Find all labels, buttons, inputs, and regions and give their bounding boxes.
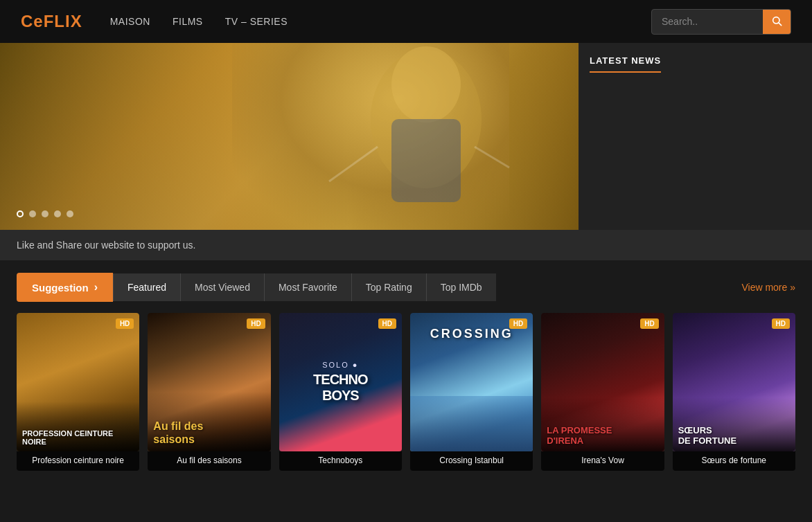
movie-thumb-5: HD LA PROMESSED'IRENA xyxy=(541,313,664,451)
tab-most-viewed[interactable]: Most Viewed xyxy=(180,273,264,301)
chevron-right-icon: › xyxy=(94,281,98,294)
poster-text-1: PROFESSION CEINTURE NOIRE xyxy=(17,402,139,451)
svg-line-1 xyxy=(779,23,782,26)
movies-grid: HD PROFESSION CEINTURE NOIRE Profession … xyxy=(0,302,812,482)
svg-point-3 xyxy=(391,46,461,123)
search-button[interactable] xyxy=(763,10,791,34)
slideshow-dots xyxy=(17,210,73,217)
movie-title-4: Crossing Istanbul xyxy=(410,451,533,471)
poster-text-5: LA PROMESSED'IRENA xyxy=(541,397,664,451)
hd-badge-3: HD xyxy=(378,318,396,329)
tab-top-rating[interactable]: Top Rating xyxy=(351,273,426,301)
dot-3[interactable] xyxy=(42,210,48,217)
movie-title-2: Au fil des saisons xyxy=(148,451,270,471)
hd-badge-2: HD xyxy=(247,318,265,329)
movie-title-3: Technoboys xyxy=(279,451,402,471)
movie-card-5[interactable]: HD LA PROMESSED'IRENA Irena's Vow xyxy=(541,313,664,471)
hero-image xyxy=(0,43,579,230)
dot-2[interactable] xyxy=(29,210,36,217)
support-text: Like and Share our website to support us… xyxy=(17,240,195,251)
hero-banner: LATEST NEWS xyxy=(0,43,812,230)
svg-line-6 xyxy=(475,147,509,168)
suggestion-button[interactable]: Suggestion › xyxy=(17,273,113,302)
dot-5[interactable] xyxy=(67,210,73,217)
dot-4[interactable] xyxy=(54,210,61,217)
tab-buttons: Featured Most Viewed Most Favorite Top R… xyxy=(113,273,496,301)
movie-card-3[interactable]: HD SOLO ● TECHNOBOYS Technoboys xyxy=(279,313,402,471)
tabs-section: Suggestion › Featured Most Viewed Most F… xyxy=(0,260,812,302)
nav-films[interactable]: FILMS xyxy=(173,16,203,27)
suggestion-label: Suggestion xyxy=(32,282,89,294)
movie-thumb-2: HD Au fil dessaisons xyxy=(148,313,270,451)
hd-badge-1: HD xyxy=(116,318,134,329)
tab-most-favorite[interactable]: Most Favorite xyxy=(264,273,351,301)
movie-card-6[interactable]: HD SŒURSDE FORTUNE Sœurs de fortune xyxy=(673,313,795,471)
latest-news-title: LATEST NEWS xyxy=(590,55,661,73)
hd-badge-4: HD xyxy=(509,318,527,329)
movie-thumb-6: HD SŒURSDE FORTUNE xyxy=(673,313,795,451)
header: CeFLIX MAISON FILMS TV – SERIES xyxy=(0,0,812,43)
movie-thumb-3: HD SOLO ● TECHNOBOYS xyxy=(279,313,402,451)
latest-news-panel: LATEST NEWS xyxy=(579,43,812,230)
hd-badge-6: HD xyxy=(772,318,790,329)
view-more-link[interactable]: View more » xyxy=(741,282,795,293)
search-input[interactable] xyxy=(652,10,763,33)
movie-card-1[interactable]: HD PROFESSION CEINTURE NOIRE Profession … xyxy=(17,313,139,471)
dot-1[interactable] xyxy=(17,210,24,217)
search-icon xyxy=(771,15,782,28)
movie-title-6: Sœurs de fortune xyxy=(673,451,795,471)
main-nav: MAISON FILMS TV – SERIES xyxy=(110,16,288,27)
movie-thumb-4: HD CROSSING xyxy=(410,313,533,451)
hero-section: LATEST NEWS xyxy=(0,43,812,230)
logo-text: CeFLIX xyxy=(21,12,82,30)
movie-card-4[interactable]: HD CROSSING Crossing Istanbul xyxy=(410,313,533,471)
nav-tv-series[interactable]: TV – SERIES xyxy=(225,16,288,27)
poster-text-6: SŒURSDE FORTUNE xyxy=(673,397,795,451)
search-box xyxy=(651,9,791,35)
hd-badge-5: HD xyxy=(640,318,658,329)
svg-line-5 xyxy=(329,147,378,181)
movie-thumb-1: HD PROFESSION CEINTURE NOIRE xyxy=(17,313,139,451)
svg-rect-4 xyxy=(391,119,461,202)
tab-top-imdb[interactable]: Top IMDb xyxy=(426,273,496,301)
header-left: CeFLIX MAISON FILMS TV – SERIES xyxy=(21,12,288,31)
tabs-row: Suggestion › Featured Most Viewed Most F… xyxy=(17,273,795,302)
movie-title-1: Profession ceinture noire xyxy=(17,451,139,471)
movie-card-2[interactable]: HD Au fil dessaisons Au fil des saisons xyxy=(148,313,270,471)
tab-featured[interactable]: Featured xyxy=(113,273,180,301)
nav-maison[interactable]: MAISON xyxy=(110,16,150,27)
logo[interactable]: CeFLIX xyxy=(21,12,82,31)
poster-text-2: Au fil dessaisons xyxy=(148,392,270,451)
movie-title-5: Irena's Vow xyxy=(541,451,664,471)
support-banner: Like and Share our website to support us… xyxy=(0,230,812,260)
